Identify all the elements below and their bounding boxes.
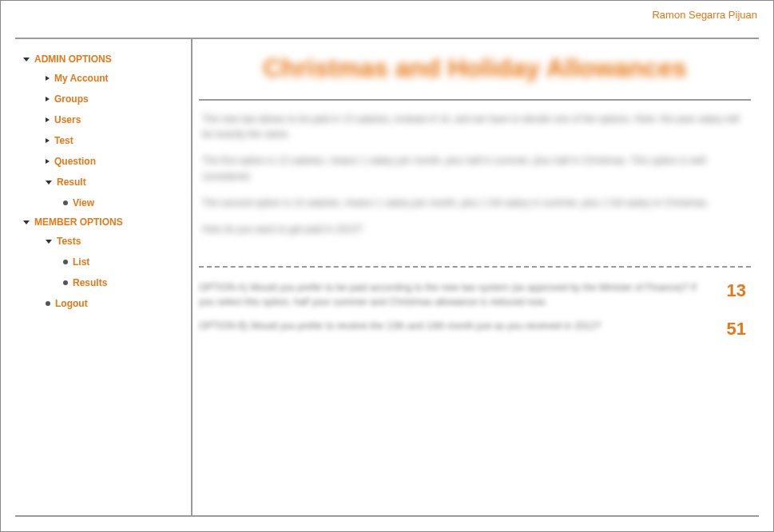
sidebar-subitem-results[interactable]: Results (23, 272, 185, 293)
bullet-icon (63, 280, 68, 285)
sidebar-item-question[interactable]: Question (23, 151, 185, 172)
sidebar-item-label: Groups (54, 93, 89, 105)
description-paragraph: The second option is 14 salaries, means … (202, 196, 746, 211)
chevron-down-icon (46, 240, 52, 244)
sidebar-subitem-label: Results (73, 277, 107, 288)
sidebar-item-groups[interactable]: Groups (23, 89, 185, 109)
bullet-icon (63, 260, 68, 264)
sidebar-subitem-list[interactable]: List (23, 252, 185, 272)
sidebar-section-label: MEMBER OPTIONS (34, 216, 123, 228)
triangle-right-icon (46, 138, 50, 143)
chevron-down-icon (23, 58, 30, 62)
sidebar-item-label: Tests (57, 236, 81, 247)
sidebar-section-label: ADMIN OPTIONS (34, 54, 112, 65)
username-label: Ramon Segarra Pijuan (652, 9, 757, 21)
sidebar-item-result[interactable]: Result (23, 172, 185, 193)
description-paragraph: How do you want to get paid in 2013? (202, 222, 746, 237)
description-paragraph: The new law allows to be paid in 13 sala… (202, 112, 746, 142)
main-content: Christmas and Holiday Allowances The new… (193, 39, 759, 515)
sidebar-item-label: Users (54, 114, 81, 125)
page-title: Christmas and Holiday Allowances (199, 49, 751, 99)
sidebar-item-label: Question (54, 156, 96, 167)
sidebar-item-tests[interactable]: Tests (23, 231, 185, 252)
content-frame: ADMIN OPTIONS My Account Groups Users Te… (15, 38, 759, 517)
divider (199, 99, 751, 101)
result-row-a: OPTION A) Would you prefer to be paid ac… (199, 277, 751, 316)
sidebar-section-member[interactable]: MEMBER OPTIONS (23, 213, 185, 231)
bullet-icon (63, 200, 68, 205)
triangle-right-icon (46, 76, 50, 81)
sidebar-item-label: Test (54, 135, 73, 146)
top-bar: Ramon Segarra Pijuan (1, 1, 773, 30)
bullet-icon (46, 301, 50, 306)
sidebar-subitem-view[interactable]: View (23, 193, 185, 213)
triangle-right-icon (46, 159, 50, 164)
sidebar-item-label: My Account (54, 73, 109, 84)
chevron-down-icon (23, 220, 30, 224)
sidebar-item-my-account[interactable]: My Account (23, 68, 185, 89)
dashed-divider (199, 266, 751, 268)
description-paragraph: The first option is 13 salaries, means 1… (202, 153, 746, 184)
sidebar-section-admin[interactable]: ADMIN OPTIONS (23, 50, 185, 68)
sidebar-subitem-label: List (73, 256, 89, 268)
triangle-right-icon (46, 97, 50, 101)
description-block: The new law allows to be paid in 13 sala… (199, 109, 751, 261)
option-count: 13 (719, 280, 751, 301)
sidebar-item-test[interactable]: Test (23, 130, 185, 151)
sidebar-item-users[interactable]: Users (23, 109, 185, 130)
option-text: OPTION A) Would you prefer to be paid ac… (199, 280, 706, 309)
sidebar-subitem-label: View (73, 197, 94, 208)
chevron-down-icon (46, 181, 52, 185)
option-text: OPTION B) Would you prefer to receive th… (199, 319, 706, 333)
sidebar: ADMIN OPTIONS My Account Groups Users Te… (15, 39, 193, 515)
result-row-b: OPTION B) Would you prefer to receive th… (199, 316, 751, 346)
sidebar-item-label: Logout (55, 298, 88, 309)
option-count: 51 (719, 319, 751, 339)
sidebar-item-logout[interactable]: Logout (23, 293, 185, 314)
sidebar-item-label: Result (57, 177, 86, 188)
triangle-right-icon (46, 117, 50, 122)
